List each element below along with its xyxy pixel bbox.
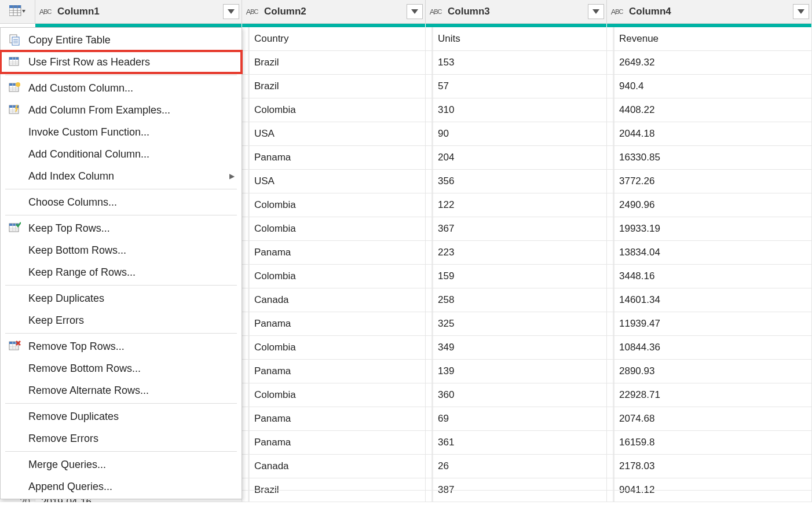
column-filter-button[interactable] <box>793 4 809 19</box>
menu-item-label: Add Index Column <box>28 170 229 182</box>
table-cell: 258 <box>426 288 607 312</box>
menu-item[interactable]: Remove Duplicates <box>1 405 242 427</box>
column-filter-button[interactable] <box>588 4 604 19</box>
menu-item[interactable]: Add Column From Examples... <box>1 99 242 121</box>
column-header-column1[interactable]: ABC Column1 <box>35 0 242 23</box>
menu-item[interactable]: Choose Columns... <box>1 191 242 213</box>
table-cell: 26 <box>426 455 607 478</box>
submenu-arrow-icon: ▶ <box>229 172 235 180</box>
table-cell: 139 <box>426 360 607 383</box>
column-header-label: Column2 <box>262 6 407 17</box>
svg-point-23 <box>16 82 20 87</box>
table-cell: 14601.34 <box>607 288 812 312</box>
menu-item[interactable]: Remove Alternate Rows... <box>1 379 242 401</box>
column-header-column3[interactable]: ABC Column3 <box>426 0 607 23</box>
column-filter-button[interactable] <box>407 4 423 19</box>
table-cell: 122 <box>426 193 607 217</box>
menu-item[interactable]: Add Conditional Column... <box>1 143 242 165</box>
table-cell: 2490.96 <box>607 193 812 217</box>
column-header-label: Column4 <box>627 6 793 17</box>
table-cell: USA <box>242 122 426 145</box>
table-cell: 204 <box>426 146 607 169</box>
table-cell: 2074.68 <box>607 407 812 430</box>
menu-separator <box>5 451 237 452</box>
menu-item[interactable]: Remove Top Rows... <box>1 335 242 357</box>
table-cell: 325 <box>426 312 607 335</box>
chevron-down-icon <box>228 9 235 14</box>
menu-item[interactable]: Use First Row as Headers <box>1 51 242 73</box>
menu-item-label: Keep Top Rows... <box>28 222 235 235</box>
menu-item[interactable]: Add Custom Column... <box>1 77 242 99</box>
table-cell: 57 <box>426 75 607 98</box>
table-cell: 367 <box>426 217 607 240</box>
table-cell: Brazil <box>242 75 426 98</box>
table-menu-button[interactable] <box>0 0 35 23</box>
menu-item-label: Keep Errors <box>28 314 235 327</box>
table-cell: 3772.26 <box>607 170 812 193</box>
table-cell: 310 <box>426 98 607 122</box>
table-cell: 69 <box>426 407 607 430</box>
menu-item[interactable]: Keep Errors <box>1 309 242 331</box>
menu-item-label: Remove Duplicates <box>28 411 235 423</box>
menu-item-label: Invoke Custom Function... <box>28 126 235 138</box>
table-check-icon <box>1 222 28 235</box>
menu-item[interactable]: Remove Bottom Rows... <box>1 357 242 379</box>
menu-item[interactable]: Invoke Custom Function... <box>1 121 242 143</box>
menu-separator <box>5 215 237 215</box>
column-header-column2[interactable]: ABC Column2 <box>242 0 426 23</box>
table-cell: Revenue <box>607 27 812 50</box>
menu-item[interactable]: Keep Range of Rows... <box>1 261 242 283</box>
menu-item-label: Use First Row as Headers <box>28 56 235 68</box>
column-type-icon: ABC <box>35 8 55 16</box>
column-type-icon: ABC <box>242 8 262 16</box>
menu-separator <box>5 285 237 286</box>
menu-item[interactable]: Keep Duplicates <box>1 287 242 309</box>
table-cell: Canada <box>242 288 426 312</box>
menu-item-label: Add Custom Column... <box>28 82 235 94</box>
table-cell: 19933.19 <box>607 217 812 240</box>
table-cell: Panama <box>242 360 426 383</box>
column-header-column4[interactable]: ABC Column4 <box>607 0 812 23</box>
table-cell: Colombia <box>242 193 426 217</box>
column-header-label: Column3 <box>445 6 588 17</box>
table-cell: 360 <box>426 383 607 407</box>
table-cell: Colombia <box>242 98 426 122</box>
table-cell: 2890.93 <box>607 360 812 383</box>
menu-item[interactable]: Append Queries... <box>1 476 242 498</box>
menu-item[interactable]: Add Index Column▶ <box>1 165 242 187</box>
menu-item-label: Add Column From Examples... <box>28 104 235 116</box>
table-star-icon <box>1 82 28 94</box>
table-cell: 90 <box>426 122 607 145</box>
menu-item-label: Add Conditional Column... <box>28 148 235 160</box>
menu-item-label: Merge Queries... <box>28 459 235 471</box>
menu-item[interactable]: Copy Entire Table <box>1 29 242 51</box>
column-header-row: ABC Column1 ABC Column2 ABC Column3 ABC … <box>0 0 812 24</box>
table-cell: Colombia <box>242 383 426 407</box>
chevron-down-icon <box>411 9 418 14</box>
column-filter-button[interactable] <box>223 4 239 19</box>
menu-item-label: Remove Bottom Rows... <box>28 363 235 375</box>
menu-separator <box>5 75 237 75</box>
table-cell: 361 <box>426 431 607 454</box>
column-type-icon: ABC <box>607 8 627 16</box>
svg-rect-12 <box>9 57 19 60</box>
table-cell: 940.4 <box>607 75 812 98</box>
menu-item-label: Append Queries... <box>28 481 235 493</box>
table-icon <box>1 56 28 68</box>
menu-item[interactable]: Remove Errors <box>1 427 242 449</box>
table-cell: 223 <box>426 241 607 264</box>
table-cell: Units <box>426 27 607 50</box>
table-cell: USA <box>242 170 426 193</box>
column-header-label: Column1 <box>55 6 223 17</box>
column-type-icon: ABC <box>426 8 445 16</box>
menu-item[interactable]: Merge Queries... <box>1 453 242 476</box>
menu-item[interactable]: Keep Top Rows... <box>1 217 242 239</box>
menu-item-label: Copy Entire Table <box>28 34 235 46</box>
table-cell: Country <box>242 27 426 50</box>
table-cell: Panama <box>242 312 426 335</box>
table-cell: Panama <box>242 241 426 264</box>
table-cell: 349 <box>426 336 607 359</box>
menu-item[interactable]: Keep Bottom Rows... <box>1 239 242 261</box>
menu-item-label: Remove Errors <box>28 433 235 445</box>
menu-item-label: Remove Alternate Rows... <box>28 385 235 397</box>
